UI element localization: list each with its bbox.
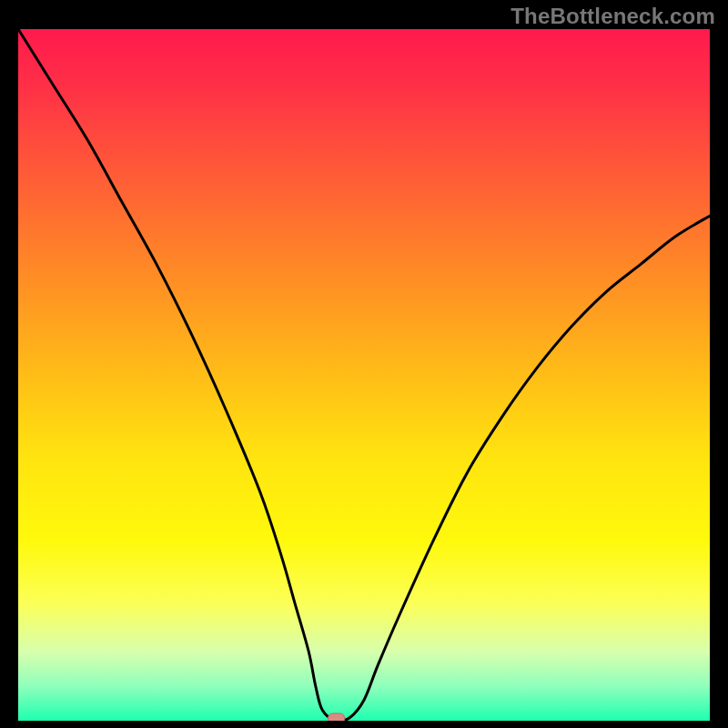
curve-layer [18, 29, 710, 721]
chart-frame: TheBottleneck.com [0, 0, 728, 728]
attribution-label: TheBottleneck.com [511, 4, 715, 29]
bottleneck-curve [18, 29, 710, 721]
optimum-marker [329, 713, 345, 721]
plot-area [18, 29, 710, 721]
